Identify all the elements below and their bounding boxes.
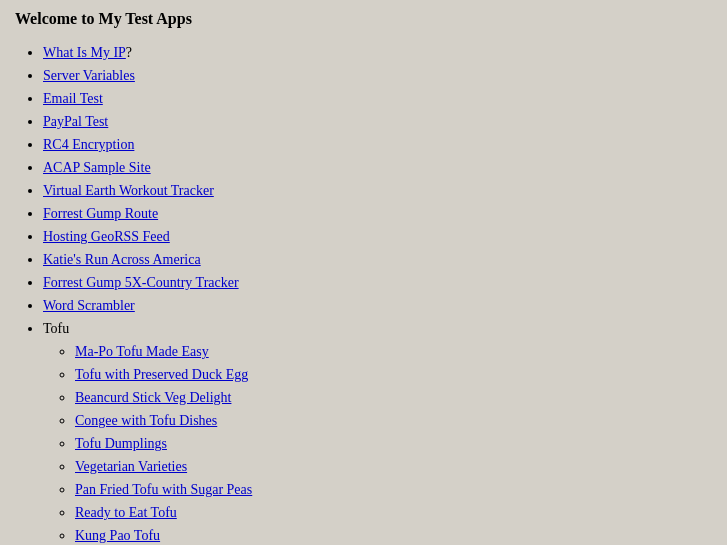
main-nav-list: What Is My IP?Server VariablesEmail Test… [15, 42, 712, 545]
list-item: PayPal Test [43, 111, 712, 132]
nav-link[interactable]: Email Test [43, 91, 103, 106]
nav-link[interactable]: RC4 Encryption [43, 137, 134, 152]
list-item: Tofu with Preserved Duck Egg [75, 364, 712, 385]
list-item: Pan Fried Tofu with Sugar Peas [75, 479, 712, 500]
list-item: Vegetarian Varieties [75, 456, 712, 477]
list-item: Email Test [43, 88, 712, 109]
tofu-link[interactable]: Beancurd Stick Veg Delight [75, 390, 231, 405]
tofu-link[interactable]: Tofu Dumplings [75, 436, 167, 451]
list-item: Hosting GeoRSS Feed [43, 226, 712, 247]
list-item: Forrest Gump Route [43, 203, 712, 224]
nav-link[interactable]: Word Scrambler [43, 298, 135, 313]
nav-link[interactable]: PayPal Test [43, 114, 108, 129]
list-item: Forrest Gump 5X-Country Tracker [43, 272, 712, 293]
list-item: Ma-Po Tofu Made Easy [75, 341, 712, 362]
tofu-link[interactable]: Vegetarian Varieties [75, 459, 187, 474]
list-item: Tofu Dumplings [75, 433, 712, 454]
list-item: RC4 Encryption [43, 134, 712, 155]
list-item: Congee with Tofu Dishes [75, 410, 712, 431]
list-item: Virtual Earth Workout Tracker [43, 180, 712, 201]
list-item: Beancurd Stick Veg Delight [75, 387, 712, 408]
list-item: Server Variables [43, 65, 712, 86]
nav-link[interactable]: What Is My IP [43, 45, 126, 60]
tofu-section: TofuMa-Po Tofu Made EasyTofu with Preser… [43, 318, 712, 545]
list-item: Katie's Run Across America [43, 249, 712, 270]
tofu-link[interactable]: Pan Fried Tofu with Sugar Peas [75, 482, 252, 497]
list-item: What Is My IP? [43, 42, 712, 63]
nav-link[interactable]: Server Variables [43, 68, 135, 83]
tofu-link[interactable]: Congee with Tofu Dishes [75, 413, 217, 428]
tofu-sub-list: Ma-Po Tofu Made EasyTofu with Preserved … [43, 341, 712, 545]
nav-link[interactable]: Virtual Earth Workout Tracker [43, 183, 214, 198]
tofu-label: Tofu [43, 321, 69, 336]
tofu-link[interactable]: Ma-Po Tofu Made Easy [75, 344, 209, 359]
nav-link[interactable]: Hosting GeoRSS Feed [43, 229, 170, 244]
tofu-link[interactable]: Kung Pao Tofu [75, 528, 160, 543]
nav-link[interactable]: ACAP Sample Site [43, 160, 151, 175]
tofu-link[interactable]: Ready to Eat Tofu [75, 505, 177, 520]
page-title: Welcome to My Test Apps [15, 10, 712, 28]
list-item: Kung Pao Tofu [75, 525, 712, 545]
list-item: ACAP Sample Site [43, 157, 712, 178]
tofu-link[interactable]: Tofu with Preserved Duck Egg [75, 367, 248, 382]
list-item: Ready to Eat Tofu [75, 502, 712, 523]
nav-link[interactable]: Forrest Gump Route [43, 206, 158, 221]
list-item: Word Scrambler [43, 295, 712, 316]
nav-link[interactable]: Forrest Gump 5X-Country Tracker [43, 275, 239, 290]
nav-link[interactable]: Katie's Run Across America [43, 252, 201, 267]
